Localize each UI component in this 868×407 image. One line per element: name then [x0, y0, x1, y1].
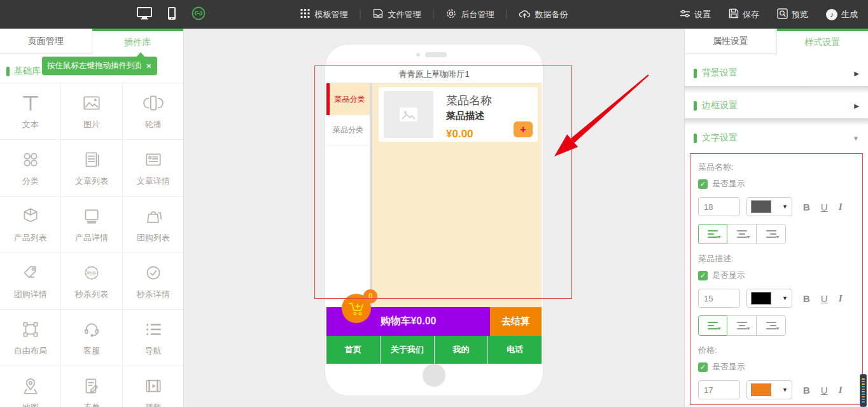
cart-total-label: 购物车¥0.00 [380, 315, 436, 328]
show-toggle-row: ✓ 是否显示 [698, 270, 855, 281]
action-label: 预览 [792, 9, 808, 20]
color-dropdown[interactable]: ▼ [746, 380, 792, 399]
italic-button[interactable]: I [839, 293, 843, 304]
cart-badge: 0 [363, 289, 377, 303]
font-size-input[interactable] [698, 197, 740, 216]
bold-button[interactable]: B [803, 385, 810, 396]
action-label: 保存 [743, 9, 759, 20]
underline-button[interactable]: U [821, 385, 828, 396]
show-checkbox[interactable]: ✓ [698, 362, 708, 372]
bottom-nav-bar: 首页 关于我们 我的 电话 [326, 336, 542, 364]
bold-button[interactable]: B [803, 293, 810, 304]
menu-backend-manage[interactable]: 后台管理 [446, 8, 494, 21]
section-text-settings[interactable]: 文字设置 ▼ [685, 125, 868, 151]
widget-flashsale-list[interactable]: 秒杀 秒杀列表 [61, 253, 122, 310]
widget-image[interactable]: 图片 [61, 83, 122, 140]
widget-category[interactable]: 分类 [0, 140, 61, 197]
bold-button[interactable]: B [803, 202, 810, 212]
widget-article-detail[interactable]: 文章详情 [123, 140, 184, 197]
app-builder-window: 模板管理 文件管理 后台管理 数据备份 [0, 0, 868, 407]
align-left-button[interactable] [698, 224, 727, 244]
map-widget-icon [20, 376, 41, 396]
category-item-active[interactable]: 菜品分类 [326, 83, 370, 115]
widget-carousel[interactable]: 轮播 [123, 83, 184, 140]
widget-grid: 文本 图片 轮播 分类 文章列表 文章详情 [0, 83, 184, 407]
menu-plugin-preview[interactable]: 菜品分类 菜品分类 菜品名称 菜品描述 ¥0.00 + [326, 83, 542, 307]
widget-free-layout[interactable]: 自由布局 [0, 310, 61, 366]
dish-card[interactable]: 菜品名称 菜品描述 ¥0.00 + [379, 87, 538, 142]
product-list-widget-icon [20, 206, 41, 226]
dish-texts: 菜品名称 菜品描述 ¥0.00 [446, 91, 492, 138]
align-right-icon [766, 230, 776, 238]
generate-button[interactable]: ♪ 生成 [826, 9, 858, 20]
nav-item-mine[interactable]: 我的 [435, 336, 489, 364]
widget-flashsale-detail[interactable]: 秒杀详情 [123, 253, 184, 310]
settings-button[interactable]: 设置 [680, 9, 711, 20]
underline-button[interactable]: U [821, 293, 828, 304]
generate-icon: ♪ [826, 9, 837, 20]
widget-product-list[interactable]: 产品列表 [0, 197, 61, 253]
flashsale-list-widget-icon: 秒杀 [81, 263, 102, 283]
font-controls-row: ▼ B U I [698, 289, 855, 308]
nav-item-about[interactable]: 关于我们 [381, 336, 435, 364]
widget-customer-service[interactable]: 客服 [61, 310, 122, 366]
tooltip-close-icon[interactable]: × [145, 61, 153, 71]
nav-item-home[interactable]: 首页 [326, 336, 381, 364]
widget-map[interactable]: 地图 [0, 366, 61, 407]
font-size-input[interactable] [698, 380, 740, 399]
tab-plugin-library[interactable]: 插件库 [92, 29, 184, 54]
show-checkbox[interactable]: ✓ [698, 271, 708, 280]
align-caret [746, 236, 750, 238]
section-border-settings[interactable]: 边框设置 ▶ [685, 93, 868, 118]
widget-form[interactable]: 表单 [61, 366, 122, 407]
section-divider [685, 86, 868, 93]
link-icon[interactable] [192, 6, 206, 23]
italic-button[interactable]: I [839, 202, 843, 212]
menu-template-manage[interactable]: 模板管理 [300, 8, 348, 20]
sliders-icon [680, 9, 690, 20]
widget-groupbuy-list[interactable]: 团购列表 [123, 197, 184, 253]
color-swatch [751, 383, 771, 396]
widget-article-list[interactable]: 文章列表 [61, 140, 122, 197]
widget-navigation[interactable]: 导航 [123, 310, 184, 366]
underline-button[interactable]: U [821, 202, 828, 212]
tab-page-manage[interactable]: 页面管理 [0, 29, 92, 54]
checkout-button[interactable]: 去结算 [490, 307, 542, 336]
article-list-widget-icon [81, 149, 102, 170]
mobile-preview-icon[interactable] [167, 6, 176, 23]
show-toggle-row: ✓ 是否显示 [698, 178, 855, 190]
nav-item-phone[interactable]: 电话 [488, 336, 542, 364]
chevron-down-icon: ▼ [782, 204, 788, 210]
italic-button[interactable]: I [839, 385, 843, 396]
menu-file-manage[interactable]: 文件管理 [373, 8, 421, 20]
align-right-button[interactable] [757, 224, 786, 244]
widget-groupbuy-detail[interactable]: 团购详情 [0, 253, 61, 310]
section-background-settings[interactable]: 背景设置 ▶ [685, 60, 868, 86]
scrollbar-thumb-widget[interactable] [860, 374, 867, 407]
font-size-input[interactable] [698, 289, 740, 308]
menu-data-backup[interactable]: 数据备份 [519, 9, 568, 20]
tab-style-settings[interactable]: 样式设置 [777, 29, 868, 54]
phone-mockup: 青青原上草咖啡厅1 菜品分类 菜品分类 菜品名称 菜品描述 [325, 45, 543, 396]
add-to-cart-button[interactable]: + [514, 121, 533, 137]
show-checkbox[interactable]: ✓ [698, 179, 708, 189]
save-button[interactable]: 保存 [729, 8, 759, 20]
category-item[interactable]: 菜品分类 [326, 115, 370, 146]
align-right-button[interactable] [757, 315, 786, 336]
color-dropdown[interactable]: ▼ [746, 197, 792, 216]
widget-product-detail[interactable]: 产品详情 [61, 197, 122, 253]
tab-attribute-settings[interactable]: 属性设置 [685, 29, 777, 54]
widget-text[interactable]: 文本 [0, 83, 61, 140]
text-settings-body: 菜品名称: ✓ 是否显示 ▼ B U I [690, 153, 863, 405]
widget-video[interactable]: 视频 [123, 366, 184, 407]
base-library-label: 基础库 [14, 66, 41, 77]
align-center-button[interactable] [727, 224, 757, 244]
design-canvas[interactable]: 青青原上草咖啡厅1 菜品分类 菜品分类 菜品名称 菜品描述 [185, 29, 684, 407]
desktop-preview-icon[interactable] [137, 7, 152, 22]
preview-button[interactable]: 预览 [777, 8, 808, 21]
align-center-button[interactable] [727, 315, 757, 336]
cart-total[interactable]: 0 购物车¥0.00 [326, 307, 490, 336]
dish-name: 菜品名称 [446, 93, 492, 108]
align-left-button[interactable] [698, 315, 727, 336]
color-dropdown[interactable]: ▼ [746, 289, 792, 308]
